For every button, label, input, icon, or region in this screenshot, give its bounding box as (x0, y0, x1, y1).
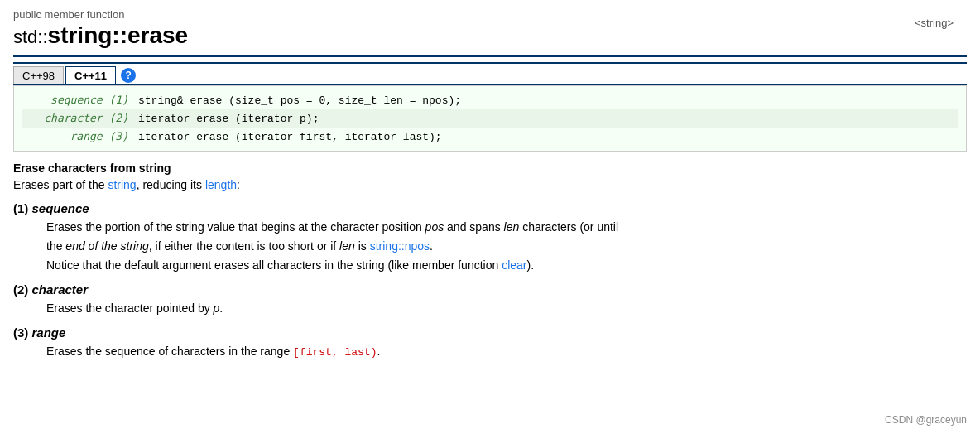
overload-desc-sequence: Erases the portion of the string value t… (46, 219, 967, 274)
npos-link[interactable]: string::npos (370, 239, 430, 253)
intro-text: Erases part of the string, reducing its … (13, 178, 967, 191)
tab-bar: C++98 C++11 ? (13, 62, 967, 85)
title-funcname: string::erase (48, 22, 189, 48)
sig-code-character: iterator erase (iterator p); (138, 113, 319, 125)
overload-title-sequence: (1) sequence (13, 201, 967, 215)
overload-range: (3) range Erases the sequence of charact… (13, 326, 967, 361)
title-prefix: std:: (13, 27, 48, 47)
overload-desc-character: Erases the character pointed by p. (46, 300, 967, 317)
overload-desc-range: Erases the sequence of characters in the… (46, 343, 967, 361)
length-link[interactable]: length (205, 178, 237, 191)
overload-sequence: (1) sequence Erases the portion of the s… (13, 201, 967, 274)
overload-title-range: (3) range (13, 326, 967, 340)
section-heading: Erase characters from string (13, 162, 967, 175)
page-title: std::string::erase (13, 22, 967, 49)
sig-code-sequence: string& erase (size_t pos = 0, size_t le… (138, 94, 461, 107)
help-icon[interactable]: ? (121, 68, 136, 83)
public-member-label: public member function (13, 8, 967, 21)
clear-link[interactable]: clear (502, 258, 526, 272)
overload-character: (2) character Erases the character point… (13, 282, 967, 317)
tab-cpp11[interactable]: C++11 (65, 66, 116, 84)
sig-row-sequence: sequence (1) string& erase (size_t pos =… (22, 91, 958, 109)
sig-row-character: character (2) iterator erase (iterator p… (22, 109, 958, 128)
sig-label-character: character (2) (22, 112, 138, 124)
sig-label-range: range (3) (22, 130, 138, 142)
string-link[interactable]: <string> (915, 17, 954, 29)
string-link-text[interactable]: string (108, 178, 136, 191)
sig-code-range: iterator erase (iterator first, iterator… (138, 131, 442, 143)
signature-box: sequence (1) string& erase (size_t pos =… (13, 85, 967, 152)
overload-title-character: (2) character (13, 282, 967, 297)
tab-cpp98[interactable]: C++98 (13, 66, 64, 84)
sig-label-sequence: sequence (1) (22, 94, 138, 106)
sig-row-range: range (3) iterator erase (iterator first… (22, 128, 958, 146)
